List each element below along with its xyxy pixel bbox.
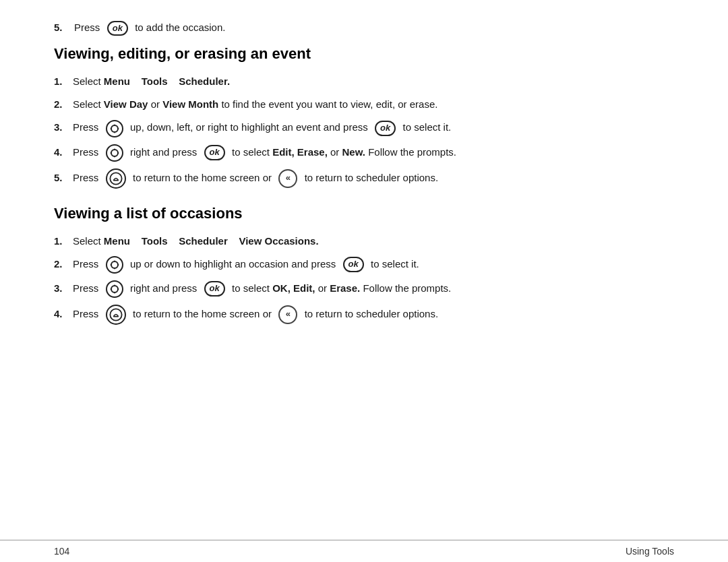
step-text: Press up or down to highlight an occasio… (73, 256, 674, 274)
back-button-icon: « (278, 305, 297, 324)
edit-label: Edit, Erase, (272, 146, 328, 158)
section1-step3: 3. Press up, down, left, or right to hig… (54, 119, 674, 137)
svg-point-17 (113, 287, 116, 290)
nav-icon (106, 256, 123, 274)
section1-step1: 1. Select Menu Tools Scheduler. (54, 73, 674, 90)
ok-label: OK, Edit, (272, 282, 315, 294)
intro-step-text: Press ok to add the occasion. (74, 20, 225, 36)
step-text: Select Menu Tools Scheduler View Occasio… (73, 233, 674, 249)
page-number: 104 (54, 546, 69, 557)
step-num: 3. (54, 280, 73, 296)
menu-label: Menu (104, 235, 130, 247)
section2-heading: Viewing a list of occasions (54, 205, 674, 222)
view-occasions-label: View Occasions. (239, 235, 318, 247)
step-num: 2. (54, 256, 73, 272)
ok-button-icon: ok (343, 257, 364, 272)
svg-point-12 (113, 263, 116, 266)
scheduler-label: Scheduler. (179, 75, 230, 87)
step-text: Press right and press ok to select OK, E… (73, 280, 674, 298)
step-text: Select Menu Tools Scheduler. (73, 73, 674, 90)
footer-section-label: Using Tools (626, 546, 674, 557)
step-num: 1. (54, 73, 73, 90)
step-num: 5. (54, 170, 73, 186)
view-day-label: View Day (104, 98, 148, 110)
section2-step2: 2. Press up or down to highlight an occa… (54, 256, 674, 274)
section1-step4: 4. Press right and press ok to select Ed… (54, 144, 674, 162)
ok-button-icon: ok (204, 281, 225, 296)
step-text: Press right and press ok to select Edit,… (73, 144, 674, 162)
ok-button-icon: ok (204, 145, 225, 160)
ok-button-icon: ok (375, 121, 396, 136)
section2-steps: 1. Select Menu Tools Scheduler View Occa… (54, 233, 674, 325)
step-num: 1. (54, 233, 73, 249)
nav-icon (106, 144, 123, 162)
section2-step4: 4. Press to return to the home screen or… (54, 305, 674, 325)
intro-step: 5. Press ok to add the occasion. (54, 20, 674, 36)
section1-heading: Viewing, editing, or erasing an event (54, 45, 674, 63)
nav-icon (106, 120, 123, 137)
step-num: 3. (54, 119, 73, 135)
tools-label: Tools (142, 75, 168, 87)
scheduler-label: Scheduler (179, 235, 228, 247)
section1-step5: 5. Press to return to the home screen or… (54, 168, 674, 189)
step-text: Press to return to the home screen or « … (73, 305, 674, 325)
end-button-icon (106, 168, 126, 189)
step-num: 4. (54, 144, 73, 160)
erase-label: Erase. (330, 282, 360, 294)
svg-point-5 (113, 151, 116, 154)
nav-icon (106, 280, 123, 298)
intro-step-num: 5. (54, 20, 74, 36)
step-num: 2. (54, 96, 73, 113)
section2-step3: 3. Press right and press ok to select OK… (54, 280, 674, 298)
step-text: Press up, down, left, or right to highli… (73, 119, 674, 137)
end-button-icon (106, 305, 126, 325)
view-month-label: View Month (162, 98, 218, 110)
section2-step1: 1. Select Menu Tools Scheduler View Occa… (54, 233, 674, 249)
step-text: Press to return to the home screen or « … (73, 168, 674, 189)
page-footer: 104 Using Tools (0, 540, 728, 562)
step-text: Select View Day or View Month to find th… (73, 96, 674, 113)
back-button-icon: « (278, 169, 297, 188)
step-num: 4. (54, 306, 73, 322)
ok-button-icon: ok (107, 21, 128, 36)
menu-label: Menu (104, 75, 130, 87)
section1-step2: 2. Select View Day or View Month to find… (54, 96, 674, 113)
svg-point-0 (113, 127, 116, 130)
new-label: New. (342, 146, 365, 158)
section1-steps: 1. Select Menu Tools Scheduler. 2. Selec… (54, 73, 674, 188)
tools-label: Tools (142, 235, 168, 247)
